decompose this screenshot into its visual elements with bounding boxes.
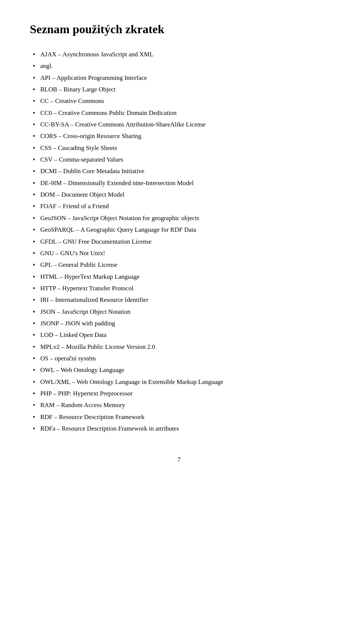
abbr-text: RDF – Resource Description Framework [40, 413, 145, 421]
list-item: angl. [30, 61, 328, 71]
list-item: RAM – Random Access Memory [30, 400, 328, 410]
list-item: DOM – Document Object Model [30, 190, 328, 200]
abbr-text: FOAF – Friend of a Friend [40, 203, 109, 210]
list-item: CC – Creative Commons [30, 96, 328, 106]
abbr-text: OWL – Web Ontology Language [40, 366, 124, 373]
list-item: RDF – Resource Description Framework [30, 412, 328, 422]
abbr-text: JSONP – JSON with padding [40, 320, 115, 327]
abbr-text: HTTP – Hypertext Transfer Protocol [40, 285, 134, 292]
list-item: DE-9IM – Dimensionally Extended nine-Int… [30, 178, 328, 188]
list-item: JSONP – JSON with padding [30, 319, 328, 328]
abbr-text: GPL – General Public License [40, 261, 117, 268]
abbr-text: JSON – JavaScript Object Notation [40, 308, 131, 315]
list-item: GPL – General Public License [30, 260, 328, 270]
abbr-text: API – Application Programming Interface [40, 74, 147, 81]
abbr-text: CC – Creative Commons [40, 97, 104, 104]
abbr-text: GFDL – GNU Free Documentation License [40, 238, 151, 245]
abbr-text: RAM – Random Access Memory [40, 401, 125, 409]
list-item: OS – operační systém [30, 354, 328, 363]
list-item: RDFa – Resource Description Framework in… [30, 424, 328, 434]
abbr-text: HTML – HyperText Markup Language [40, 273, 139, 280]
list-item: DCMI – Dublin Core Metadata Initiative [30, 166, 328, 176]
list-item: CORS – Cross-origin Resource Sharing [30, 131, 328, 141]
list-item: API – Application Programming Interface [30, 73, 328, 83]
list-item: HTTP – Hypertext Transfer Protocol [30, 284, 328, 293]
list-item: LOD – Linked Open Data [30, 330, 328, 340]
list-item: GNU – GNU's Not Unix! [30, 248, 328, 258]
abbr-text: GNU – GNU's Not Unix! [40, 250, 105, 257]
abbr-text: AJAX – Asynchronous JavaScript and XML [40, 51, 154, 58]
abbr-text: CSS – Cascading Style Sheets [40, 144, 117, 151]
list-item: JSON – JavaScript Object Notation [30, 307, 328, 317]
abbr-text: CSV – Comma-separated Values [40, 156, 123, 163]
list-item: CSS – Cascading Style Sheets [30, 143, 328, 153]
list-item: MPLv2 – Mozilla Public License Version 2… [30, 342, 328, 352]
list-item: GeoSPARQL – A Geographic Query Language … [30, 225, 328, 235]
list-item: GeoJSON – JavaScript Object Notation for… [30, 213, 328, 223]
abbr-text: DOM – Document Object Model [40, 191, 125, 198]
list-item: OWL – Web Ontology Language [30, 365, 328, 375]
list-item: FOAF – Friend of a Friend [30, 201, 328, 211]
list-item: AJAX – Asynchronous JavaScript and XML [30, 50, 328, 59]
abbr-text: GeoJSON – JavaScript Object Notation for… [40, 215, 199, 222]
abbreviation-list: AJAX – Asynchronous JavaScript and XML a… [30, 50, 328, 434]
page-number: 7 [30, 456, 328, 463]
list-item: CC0 – Creative Commons Public Domain Ded… [30, 108, 328, 118]
abbr-text: CORS – Cross-origin Resource Sharing [40, 132, 141, 140]
abbr-text: CC0 – Creative Commons Public Domain Ded… [40, 109, 176, 116]
list-item: PHP – PHP: Hypertext Preprocessor [30, 389, 328, 398]
abbr-text: RDFa – Resource Description Framework in… [40, 425, 179, 432]
abbr-text: OWL/XML – Web Ontology Language in Exten… [40, 378, 223, 385]
abbr-text: MPLv2 – Mozilla Public License Version 2… [40, 343, 155, 350]
abbr-text: LOD – Linked Open Data [40, 331, 107, 338]
list-item: OWL/XML – Web Ontology Language in Exten… [30, 377, 328, 387]
angl-label-text: angl. [40, 62, 53, 69]
abbr-text: BLOB – Binary Large Object [40, 86, 116, 93]
abbr-text: IRI – Internationalized Resource Identif… [40, 296, 148, 303]
list-item: HTML – HyperText Markup Language [30, 272, 328, 282]
abbr-text: OS – operační systém [40, 355, 96, 362]
list-item: IRI – Internationalized Resource Identif… [30, 295, 328, 305]
page-title: Seznam použitých zkratek [30, 22, 328, 36]
abbr-text: DCMI – Dublin Core Metadata Initiative [40, 168, 144, 175]
list-item: BLOB – Binary Large Object [30, 85, 328, 94]
list-item: CSV – Comma-separated Values [30, 155, 328, 165]
abbr-text: DE-9IM – Dimensionally Extended nine-Int… [40, 179, 194, 187]
abbr-text: GeoSPARQL – A Geographic Query Language … [40, 226, 196, 233]
list-item: GFDL – GNU Free Documentation License [30, 237, 328, 247]
abbr-text: CC-BY-SA – Creative Commons Attribution-… [40, 121, 205, 128]
abbr-text: PHP – PHP: Hypertext Preprocessor [40, 390, 133, 397]
list-item: CC-BY-SA – Creative Commons Attribution-… [30, 120, 328, 129]
